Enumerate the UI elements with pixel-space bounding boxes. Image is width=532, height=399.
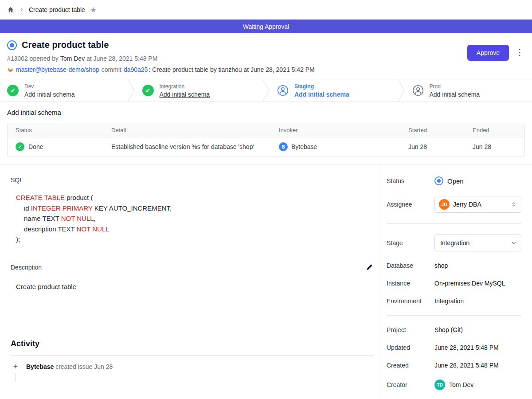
stage-task-label: Add initial schema: [294, 91, 349, 98]
sql-line: id INTEGER PRIMARY KEY AUTO_INCREMENT,: [16, 203, 374, 214]
sidebar-field-created: CreatedJune 28, 2021 5:48 PM: [387, 362, 521, 369]
commit-line: master@bytebase-demo/shop commit da90a25…: [7, 66, 315, 73]
home-icon[interactable]: [7, 6, 14, 13]
issue-author: Tom Dev: [60, 55, 85, 62]
table-header-ended: Ended: [465, 123, 524, 137]
sidebar-field-label: Instance: [387, 280, 434, 287]
sidebar-field-instance: InstanceOn-premises Dev MySQL: [387, 280, 521, 287]
star-icon[interactable]: ★: [90, 6, 97, 14]
stage-task-label: Add initial schema: [24, 91, 75, 98]
task-ended-cell: Jun 28: [465, 138, 524, 155]
commit-branch-link[interactable]: master@bytebase-demo/shop: [16, 66, 99, 73]
table-header-detail: Detail: [103, 123, 271, 137]
stage-env-label: Dev: [24, 83, 75, 90]
invoker-name: Bytebase: [291, 143, 317, 150]
sql-code: CREATE TABLE product (id INTEGER PRIMARY…: [11, 192, 374, 245]
approve-button[interactable]: Approve: [467, 45, 509, 61]
approval-banner-text: Waiting Approval: [243, 23, 289, 30]
sidebar-field-label: Updated: [387, 344, 434, 351]
status-open-icon: [434, 176, 443, 185]
add-comment-icon[interactable]: +: [13, 362, 18, 371]
sidebar-field-value: June 28, 2021 5:48 PM: [434, 362, 499, 369]
sql-line: );: [16, 234, 374, 245]
vcs-icon: [7, 66, 14, 73]
divider: [11, 256, 374, 256]
sql-keyword: INTEGER PRIMARY: [31, 204, 93, 212]
sidebar-meta: ProjectShop (Git)UpdatedJune 28, 2021 5:…: [387, 326, 521, 369]
sidebar-field-label: Project: [387, 326, 434, 333]
sql-text: KEY AUTO_INCREMENT,: [92, 204, 172, 212]
pipeline-stage-dev[interactable]: ✓DevAdd initial schema: [0, 79, 127, 102]
divider: [387, 315, 521, 316]
stage-task-label: Add initial schema: [430, 91, 480, 98]
pipeline-stage-integration[interactable]: ✓IntegrationAdd initial schema: [135, 79, 262, 102]
sql-text: name TEXT: [24, 215, 61, 222]
stage-env-label: Prod: [430, 83, 480, 90]
status-label: Status: [387, 177, 434, 184]
stage-separator: [262, 79, 270, 102]
stage-env-label: Staging: [294, 83, 349, 90]
activity-list: +Bytebase created issue Jun 28: [11, 362, 374, 381]
creator-value: Tom Dev: [449, 381, 473, 388]
issue-meta: #13002 opened by Tom Dev at June 28, 202…: [7, 55, 315, 62]
stage-env-label: Integration: [160, 83, 210, 90]
issue-header-left: Create product table #13002 opened by To…: [7, 40, 315, 73]
task-detail-cell: Established baseline version %s for data…: [103, 138, 271, 155]
commit-hash-link[interactable]: da90a25: [124, 66, 148, 73]
creator-row: Creator TD Tom Dev: [387, 379, 521, 390]
sidebar-field-label: Created: [387, 362, 434, 369]
breadcrumb-current: Create product table: [29, 6, 85, 13]
stage-select[interactable]: Integration: [434, 235, 521, 251]
creator-avatar: TD: [434, 379, 445, 390]
sql-line: description TEXT NOT NULL: [16, 224, 374, 235]
assignee-label: Assignee: [387, 201, 434, 208]
task-status-cell: ✓Done: [8, 137, 103, 156]
activity-heading: Activity: [11, 339, 374, 348]
stage-label: Stage: [387, 239, 434, 246]
sidebar-details: DatabaseshopInstanceOn-premises Dev MySQ…: [387, 262, 521, 305]
issue-header-actions: Approve ⋮: [467, 40, 525, 73]
assignee-avatar: JD: [439, 199, 450, 210]
timeline-connector: [16, 373, 16, 381]
invoker-avatar: B: [279, 142, 288, 151]
sidebar-field-environment: EnvironmentIntegration: [387, 297, 521, 305]
table-header-started: Started: [400, 123, 465, 137]
sql-keyword: NOT NULL: [61, 215, 94, 222]
commit-message: : Create product table by tianzhou at Ju…: [149, 66, 314, 73]
activity-actor: Bytebase: [26, 363, 54, 370]
task-table-body: ✓DoneEstablished baseline version %s for…: [8, 137, 524, 156]
sql-text: product (: [65, 194, 93, 201]
sidebar-field-updated: UpdatedJune 28, 2021 5:48 PM: [387, 344, 521, 351]
sql-text: description TEXT: [24, 225, 77, 233]
more-actions-icon[interactable]: ⋮: [515, 45, 525, 59]
stage-pending-icon: [412, 85, 424, 96]
sidebar-field-value: Shop (Git): [434, 326, 463, 333]
issue-open-icon: [7, 40, 17, 50]
issue-meta-suffix: at June 28, 2021 5:48 PM: [85, 55, 157, 62]
pipeline-stage-prod[interactable]: ProdAdd initial schema: [405, 79, 532, 102]
pipeline-stage-staging[interactable]: StagingAdd initial schema: [270, 79, 397, 102]
task-section-title: Add initial schema: [7, 109, 525, 116]
sql-keyword: NOT NULL: [77, 225, 110, 233]
sidebar-field-value: shop: [434, 262, 448, 269]
sidebar-field-label: Database: [387, 262, 434, 269]
task-table-header: StatusDetailInvokerStartedEnded: [8, 123, 524, 137]
stage-row: Stage Integration: [387, 235, 521, 251]
description-label: Description: [11, 264, 42, 271]
edit-description-icon[interactable]: [365, 263, 374, 272]
table-row[interactable]: ✓DoneEstablished baseline version %s for…: [8, 137, 524, 156]
page: Create product table ★ Waiting Approval …: [0, 0, 532, 399]
task-table: StatusDetailInvokerStartedEnded ✓DoneEst…: [7, 123, 525, 156]
stage-pending-icon: [277, 85, 289, 96]
status-value: Open: [447, 177, 464, 185]
stage-done-icon: ✓: [7, 85, 19, 96]
task-status-text: Done: [28, 143, 43, 150]
sql-text: );: [16, 235, 20, 243]
stage-separator: [127, 79, 135, 102]
stage-value: Integration: [439, 239, 507, 246]
assignee-select[interactable]: JD Jerry DBA: [434, 196, 521, 213]
content-area: SQL CREATE TABLE product (id INTEGER PRI…: [0, 164, 532, 399]
task-started-cell: Jun 28: [400, 138, 465, 155]
pipeline-bar: ✓DevAdd initial schema✓IntegrationAdd in…: [0, 79, 532, 102]
check-icon: ✓: [16, 142, 24, 151]
